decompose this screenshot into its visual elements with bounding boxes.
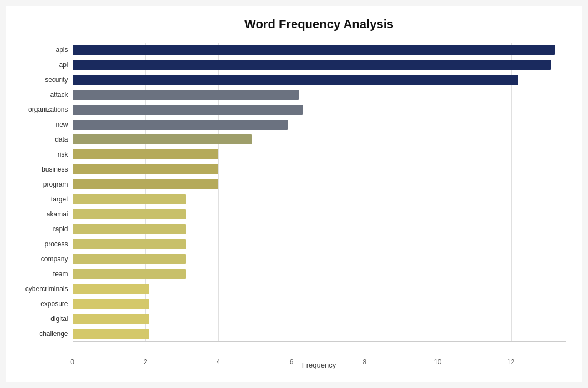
bar <box>73 194 186 204</box>
bar-label: organizations <box>7 106 68 113</box>
bar-row: target <box>73 193 566 205</box>
bar-label: exposure <box>7 300 68 308</box>
bar-row: program <box>73 178 566 190</box>
bar <box>73 105 303 115</box>
bar-label: program <box>7 180 68 188</box>
bar <box>73 299 149 309</box>
bar-label: risk <box>7 151 68 158</box>
bar <box>73 269 186 279</box>
bar-row: digital <box>73 313 566 325</box>
bar <box>73 209 186 219</box>
bar-label: data <box>7 136 68 143</box>
bar <box>73 224 186 234</box>
bar-label: company <box>7 255 68 263</box>
x-axis <box>73 341 566 342</box>
bar <box>73 179 219 189</box>
bar-label: akamai <box>7 210 68 218</box>
bar-label: api <box>7 61 68 69</box>
bar <box>73 239 186 249</box>
bar-row: akamai <box>73 208 566 220</box>
bar <box>73 254 186 264</box>
bar-row: exposure <box>73 298 566 310</box>
bar-label: digital <box>7 315 68 323</box>
chart-title: Word Frequency Analysis <box>73 17 566 32</box>
bar-row: team <box>73 268 566 280</box>
bar <box>73 149 219 159</box>
bar-row: company <box>73 253 566 265</box>
bar-row: business <box>73 163 566 175</box>
bar <box>73 329 149 339</box>
bar <box>73 284 149 294</box>
bar-label: new <box>7 121 68 128</box>
bar-row: rapid <box>73 223 566 235</box>
bar-label: cybercriminals <box>7 285 68 293</box>
x-axis-title: Frequency <box>73 361 566 369</box>
bar-label: apis <box>7 46 68 54</box>
bar-row: data <box>73 133 566 146</box>
chart-area: apisapisecurityattackorganizationsnewdat… <box>73 43 566 364</box>
bar-row: risk <box>73 148 566 161</box>
bar-label: security <box>7 76 68 84</box>
bar <box>73 314 149 324</box>
bar-label: challenge <box>7 330 68 338</box>
bar-label: business <box>7 165 68 173</box>
bar-row: security <box>73 74 566 86</box>
bar <box>73 75 518 85</box>
bar <box>73 134 252 144</box>
bar-row: challenge <box>73 328 566 340</box>
bar <box>73 90 299 100</box>
bar <box>73 120 288 130</box>
chart-container: Word Frequency Analysis apisapisecuritya… <box>6 6 582 382</box>
bar-label: target <box>7 195 68 203</box>
bar-label: team <box>7 270 68 278</box>
bar <box>73 60 551 70</box>
bar-row: organizations <box>73 104 566 116</box>
bars-wrapper: apisapisecurityattackorganizationsnewdat… <box>73 43 566 342</box>
bar-row: process <box>73 238 566 250</box>
bar-row: cybercriminals <box>73 283 566 295</box>
bar <box>73 164 219 174</box>
bar-row: new <box>73 118 566 131</box>
bar-row: attack <box>73 89 566 101</box>
bar-row: apis <box>73 44 566 56</box>
bar-label: attack <box>7 91 68 99</box>
bar-label: process <box>7 240 68 248</box>
bar <box>73 45 555 55</box>
bar-label: rapid <box>7 225 68 233</box>
bar-row: api <box>73 59 566 71</box>
